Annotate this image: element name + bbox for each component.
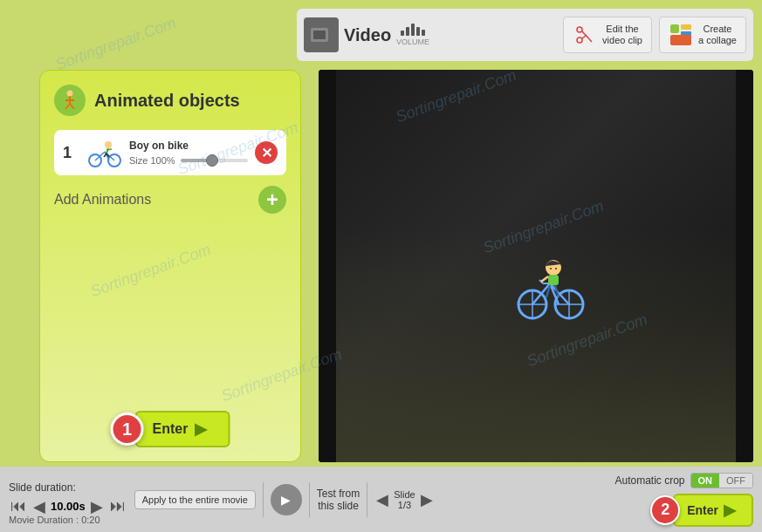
svg-rect-2	[313, 31, 326, 39]
collage-icon	[669, 23, 693, 47]
slide-info: Slide 1/3	[394, 489, 415, 510]
create-collage-button[interactable]: Create a collage	[659, 17, 746, 53]
test-label: Test from this slide	[317, 488, 360, 512]
svg-marker-1	[328, 29, 333, 41]
svg-point-40	[555, 268, 557, 269]
vol-bar-1	[401, 31, 404, 36]
toggle-off-label[interactable]: OFF	[719, 474, 752, 488]
video-preview	[319, 70, 753, 462]
svg-point-11	[67, 91, 73, 97]
duration-value: 10.00s	[51, 500, 86, 513]
svg-line-5	[582, 31, 593, 43]
video-title: Video	[344, 25, 391, 45]
autocrop-label: Automatic crop	[614, 474, 684, 487]
movie-duration: Movie Duration : 0:20	[9, 515, 100, 525]
add-animations-row: Add Animations +	[54, 186, 286, 214]
enter-arrow-icon: ▶	[195, 419, 207, 439]
add-animations-button[interactable]: +	[258, 186, 286, 214]
slide-total: 3	[406, 500, 411, 510]
video-icon-box	[304, 17, 339, 52]
video-icon	[309, 23, 333, 47]
svg-line-6	[582, 35, 587, 39]
prev-slide-button[interactable]: ◀	[374, 488, 390, 511]
size-slider-thumb	[206, 154, 218, 167]
video-bg	[319, 70, 753, 462]
slide-duration-label: Slide duration:	[9, 481, 127, 494]
panel-header: Animated objects	[54, 85, 286, 116]
play-button[interactable]: ▶	[271, 484, 302, 515]
svg-line-33	[550, 283, 569, 304]
anim-info: Boy on bike Size 100%	[129, 140, 248, 166]
panel-icon-svg	[58, 88, 82, 113]
animation-item-1: 1 Boy on bike	[54, 130, 286, 175]
svg-line-15	[70, 104, 74, 109]
size-slider-fill	[181, 159, 208, 162]
panel-icon	[54, 85, 86, 116]
panel-title: Animated objects	[94, 91, 240, 111]
anim-size-row: Size 100%	[129, 155, 248, 166]
svg-line-22	[106, 148, 108, 153]
slide-label: Slide	[394, 489, 415, 500]
anim-item-name: Boy on bike	[129, 140, 248, 152]
animated-objects-panel: Animated objects 1	[39, 70, 301, 462]
svg-rect-41	[548, 275, 559, 285]
volume-bars	[401, 24, 425, 36]
bottom-badge: 2	[650, 495, 680, 525]
watermark-1: Sortingrepair.Com	[53, 14, 179, 74]
dark-right	[736, 70, 753, 462]
delete-anim-button[interactable]: ✕	[255, 141, 278, 164]
scene-character	[515, 252, 585, 322]
svg-line-18	[95, 152, 105, 160]
svg-line-14	[65, 104, 70, 109]
boy-bike-icon	[88, 138, 121, 167]
play-icon: ▶	[281, 493, 291, 507]
edit-clip-label: Edit the video clip	[602, 24, 642, 46]
toggle-on-label[interactable]: ON	[691, 474, 720, 488]
volume-label: VOLUME	[396, 38, 429, 46]
next-slide-button[interactable]: ▶	[419, 488, 435, 511]
svg-point-21	[105, 141, 112, 148]
character-overlay	[515, 252, 585, 325]
panel-enter-button[interactable]: Enter ▶	[135, 411, 230, 447]
duration-section: Slide duration: ⏮ ◀ 10.00s ▶ ⏭	[9, 481, 127, 518]
separator-1	[263, 482, 264, 517]
panel-badge: 1	[111, 413, 144, 446]
panel-enter-area: 1 Enter ▶	[111, 411, 230, 447]
slide-navigation: ◀ Slide 1/3 ▶	[374, 488, 434, 511]
add-animations-label: Add Animations	[54, 192, 151, 208]
vol-bar-2	[406, 27, 409, 36]
svg-point-39	[550, 268, 552, 269]
volume-area: VOLUME	[396, 24, 429, 46]
bottom-right: Automatic crop ON OFF 2 Enter ▶	[614, 473, 753, 527]
create-collage-label: Create a collage	[698, 24, 737, 46]
next-next-button[interactable]: ⏭	[108, 495, 127, 517]
bottom-enter-arrow-icon: ▶	[724, 501, 736, 520]
anim-item-number: 1	[63, 144, 80, 162]
slide-page: 1/3	[394, 500, 415, 510]
collage-svg	[669, 23, 693, 47]
apply-entire-movie-button[interactable]: Apply to the entire movie	[134, 490, 256, 509]
video-section: Video VOLUME	[304, 17, 556, 52]
svg-rect-10	[670, 35, 691, 45]
toggle-group: ON OFF	[690, 473, 754, 488]
autocrop-row: Automatic crop ON OFF	[614, 473, 753, 488]
bottom-enter-area: 2 Enter ▶	[650, 494, 753, 527]
bottom-enter-button[interactable]: Enter ▶	[673, 494, 753, 527]
svg-rect-8	[681, 24, 691, 30]
vol-bar-4	[416, 27, 420, 36]
dark-left	[319, 70, 336, 462]
svg-rect-7	[670, 24, 679, 33]
vol-bar-3	[411, 24, 415, 36]
slide-current: 1	[398, 500, 403, 510]
svg-line-23	[106, 149, 112, 150]
anim-thumbnail	[87, 137, 122, 168]
separator-2	[309, 482, 310, 517]
edit-clip-button[interactable]: Edit the video clip	[563, 17, 652, 53]
scissors-svg	[575, 25, 594, 44]
test-from-slide-button[interactable]: Test from this slide	[317, 488, 360, 512]
vol-bar-5	[422, 30, 425, 36]
anim-size-label: Size 100%	[129, 155, 175, 166]
svg-line-42	[541, 276, 548, 282]
size-slider[interactable]	[181, 159, 248, 162]
separator-3	[367, 482, 367, 517]
